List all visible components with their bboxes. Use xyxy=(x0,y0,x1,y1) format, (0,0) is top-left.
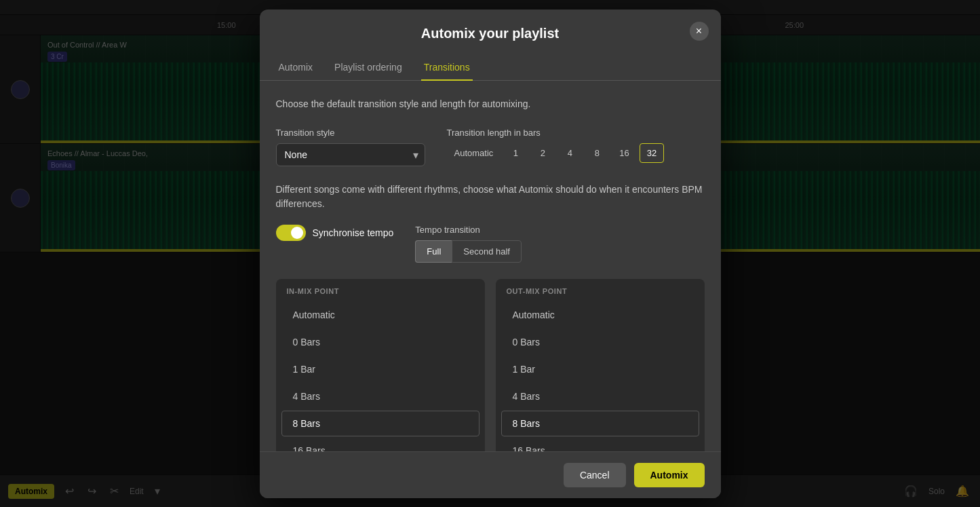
mix-panels: IN-MIX POINT Automatic 0 Bars 1 Bar 4 Ba… xyxy=(276,279,705,451)
modal-overlay: Automix your playlist × Automix Playlist… xyxy=(0,0,980,507)
tab-automix[interactable]: Automix xyxy=(276,55,316,81)
transition-style-select[interactable]: None Cut Fade Echo Spinback xyxy=(276,143,425,166)
bar-btn-automatic[interactable]: Automatic xyxy=(447,143,501,163)
in-mix-4-bars[interactable]: 4 Bars xyxy=(281,383,479,409)
toggle-slider xyxy=(276,225,306,241)
bar-btn-1[interactable]: 1 xyxy=(503,143,528,163)
modal-header: Automix your playlist × xyxy=(260,10,721,55)
bar-btn-2[interactable]: 2 xyxy=(530,143,555,163)
out-mix-panel: OUT-MIX POINT Automatic 0 Bars 1 Bar 4 B… xyxy=(496,279,705,451)
modal-footer: Cancel Automix xyxy=(260,451,721,498)
transitions-description: Choose the default transition style and … xyxy=(276,97,705,111)
cancel-button[interactable]: Cancel xyxy=(564,463,626,487)
automix-modal: Automix your playlist × Automix Playlist… xyxy=(260,10,721,498)
bpm-description: Different songs come with different rhyt… xyxy=(276,183,705,211)
automix-confirm-button[interactable]: Automix xyxy=(634,463,705,487)
modal-tabs: Automix Playlist ordering Transitions xyxy=(260,55,721,81)
tempo-buttons: Full Second half xyxy=(415,240,522,263)
close-button[interactable]: × xyxy=(690,22,709,41)
in-mix-8-bars[interactable]: 8 Bars xyxy=(281,411,479,436)
transition-style-select-wrapper: None Cut Fade Echo Spinback xyxy=(276,143,425,166)
in-mix-header: IN-MIX POINT xyxy=(276,279,485,301)
in-mix-panel: IN-MIX POINT Automatic 0 Bars 1 Bar 4 Ba… xyxy=(276,279,485,451)
sync-tempo-label: Synchronise tempo xyxy=(313,227,394,238)
bar-btn-16[interactable]: 16 xyxy=(612,143,636,163)
bar-buttons: Automatic 1 2 4 8 16 32 xyxy=(447,143,665,163)
out-mix-8-bars[interactable]: 8 Bars xyxy=(501,411,699,436)
tempo-row: Synchronise tempo Tempo transition Full … xyxy=(276,225,705,263)
transition-style-group: Transition style None Cut Fade Echo Spin… xyxy=(276,128,425,166)
out-mix-1-bar[interactable]: 1 Bar xyxy=(501,356,699,382)
bar-btn-8[interactable]: 8 xyxy=(585,143,609,163)
out-mix-0-bars[interactable]: 0 Bars xyxy=(501,329,699,355)
sync-toggle[interactable] xyxy=(276,225,306,241)
tab-transitions[interactable]: Transitions xyxy=(421,55,473,81)
transition-style-label: Transition style xyxy=(276,128,425,138)
out-mix-16-bars[interactable]: 16 Bars xyxy=(501,438,699,451)
transition-controls: Transition style None Cut Fade Echo Spin… xyxy=(276,128,705,166)
tempo-transition-group: Tempo transition Full Second half xyxy=(415,225,522,263)
transition-length-label: Transition length in bars xyxy=(447,128,665,138)
modal-body: Choose the default transition style and … xyxy=(260,81,721,451)
modal-title: Automix your playlist xyxy=(276,26,705,41)
tempo-btn-full[interactable]: Full xyxy=(415,240,452,263)
sync-toggle-group: Synchronise tempo xyxy=(276,225,394,241)
in-mix-automatic[interactable]: Automatic xyxy=(281,302,479,328)
in-mix-16-bars[interactable]: 16 Bars xyxy=(281,438,479,451)
in-mix-0-bars[interactable]: 0 Bars xyxy=(281,329,479,355)
bar-btn-32[interactable]: 32 xyxy=(640,143,664,163)
tempo-btn-second-half[interactable]: Second half xyxy=(452,240,522,263)
tab-playlist-ordering[interactable]: Playlist ordering xyxy=(332,55,405,81)
out-mix-automatic[interactable]: Automatic xyxy=(501,302,699,328)
out-mix-header: OUT-MIX POINT xyxy=(496,279,705,301)
bpm-section: Different songs come with different rhyt… xyxy=(276,183,705,263)
in-mix-1-bar[interactable]: 1 Bar xyxy=(281,356,479,382)
transition-length-group: Transition length in bars Automatic 1 2 … xyxy=(447,128,665,163)
bar-btn-4[interactable]: 4 xyxy=(557,143,582,163)
out-mix-4-bars[interactable]: 4 Bars xyxy=(501,383,699,409)
tempo-transition-label: Tempo transition xyxy=(415,225,522,235)
